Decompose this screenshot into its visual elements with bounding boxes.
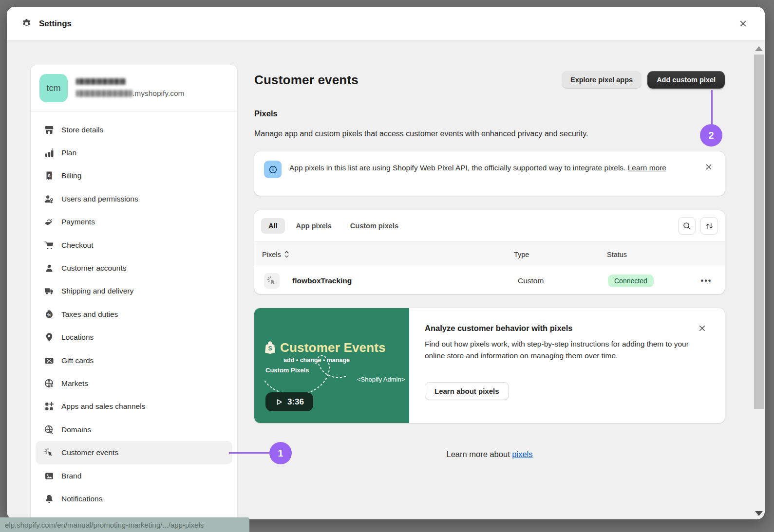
notifications-icon xyxy=(44,494,54,504)
sidebar-item-label: Domains xyxy=(61,425,91,434)
sidebar-item-label: Gift cards xyxy=(61,356,94,365)
sidebar-item-label: Checkout xyxy=(61,241,93,250)
settings-modal: Settings tcm .myshopify.com Store detail… xyxy=(7,7,765,519)
modal-body: tcm .myshopify.com Store detailsPlan$Bil… xyxy=(7,41,765,519)
sidebar-item-brand[interactable]: Brand xyxy=(36,464,232,487)
video-thumbnail[interactable]: S Customer Events add • change • manage … xyxy=(254,308,409,423)
sidebar-item-apps-and-sales-channels[interactable]: Apps and sales channels xyxy=(36,395,232,418)
sidebar-nav: Store detailsPlan$BillingUsers and permi… xyxy=(31,111,237,511)
store-icon xyxy=(44,125,54,135)
domains-icon xyxy=(44,425,54,435)
sidebar-item-label: Shipping and delivery xyxy=(61,287,133,295)
sidebar-item-label: Users and permissions xyxy=(61,195,138,203)
sidebar-item-markets[interactable]: $Markets xyxy=(36,372,232,395)
tab-custom-pixels[interactable]: Custom pixels xyxy=(343,218,406,234)
sidebar-item-label: Apps and sales channels xyxy=(61,402,145,411)
video-card-heading: Analyze customer behavior with pixels xyxy=(425,324,573,333)
column-type: Type xyxy=(514,251,529,258)
main-content: Customer events Explore pixel apps Add c… xyxy=(254,41,725,519)
row-menu-dots-icon[interactable]: ••• xyxy=(697,276,716,285)
redacted-store-name xyxy=(76,78,126,85)
column-pixels[interactable]: Pixels xyxy=(262,250,290,258)
sidebar-item-checkout[interactable]: Checkout xyxy=(36,234,232,257)
sidebar-item-label: Locations xyxy=(61,333,94,342)
explore-pixel-apps-button[interactable]: Explore pixel apps xyxy=(562,71,642,89)
scroll-up-icon[interactable] xyxy=(755,46,763,51)
svg-text:$: $ xyxy=(50,383,53,388)
annotation-badge-1: 1 xyxy=(269,442,292,464)
sidebar-item-customer-events[interactable]: Customer events xyxy=(36,441,232,464)
svg-text:S: S xyxy=(268,345,272,351)
status-badge: Connected xyxy=(608,275,654,287)
sort-icon[interactable] xyxy=(700,217,718,235)
close-icon[interactable] xyxy=(736,17,750,31)
store-domain: .myshopify.com xyxy=(76,89,185,98)
play-icon xyxy=(275,398,283,406)
shipping-icon xyxy=(44,286,54,296)
sidebar-item-billing[interactable]: $Billing xyxy=(36,165,232,187)
tab-app-pixels[interactable]: App pixels xyxy=(289,218,339,234)
banner-close-icon[interactable] xyxy=(704,162,715,172)
learn-about-pixels-button[interactable]: Learn about pixels xyxy=(425,382,509,400)
modal-header: Settings xyxy=(7,7,765,41)
play-button[interactable]: 3:36 xyxy=(265,392,313,411)
column-status: Status xyxy=(607,251,627,258)
vertical-scrollbar[interactable] xyxy=(754,41,764,519)
pixels-link[interactable]: pixels xyxy=(512,450,532,459)
gear-icon xyxy=(21,18,32,29)
pixel-type: Custom xyxy=(518,276,544,285)
settings-sidebar: tcm .myshopify.com Store detailsPlan$Bil… xyxy=(30,65,238,519)
redacted-domain-prefix xyxy=(76,90,132,97)
pixels-section-description: Manage app and custom pixels that access… xyxy=(254,129,588,138)
pixels-section-heading: Pixels xyxy=(254,109,278,118)
tab-all[interactable]: All xyxy=(261,218,285,234)
video-card-body: Find out how pixels work, with step-by-s… xyxy=(425,338,710,362)
gift-cards-icon xyxy=(44,356,54,366)
sidebar-item-label: Notifications xyxy=(61,495,102,503)
sidebar-item-plan[interactable]: Plan xyxy=(36,141,232,164)
apps-icon xyxy=(44,402,54,411)
sidebar-item-users-and-permissions[interactable]: Users and permissions xyxy=(36,187,232,210)
sidebar-item-domains[interactable]: Domains xyxy=(36,418,232,441)
link-preview-statusbar: elp.shopify.com/en/manual/promoting-mark… xyxy=(0,517,249,532)
learn-more-link[interactable]: Learn more xyxy=(628,164,666,172)
modal-title: Settings xyxy=(39,19,72,29)
scroll-down-icon[interactable] xyxy=(755,511,763,516)
sort-chevrons-icon xyxy=(283,250,290,258)
scrollbar-thumb[interactable] xyxy=(754,55,764,409)
search-icon[interactable] xyxy=(678,217,696,235)
video-duration: 3:36 xyxy=(287,397,304,407)
sidebar-item-label: Markets xyxy=(61,379,88,388)
shopify-bag-icon: S xyxy=(264,341,277,355)
pixels-tabs: All App pixels Custom pixels xyxy=(254,210,725,242)
checkout-icon xyxy=(44,240,54,250)
sidebar-item-gift-cards[interactable]: Gift cards xyxy=(36,349,232,372)
billing-icon: $ xyxy=(44,171,54,181)
video-card-close-icon[interactable] xyxy=(698,323,708,333)
pixels-table-card: All App pixels Custom pixels Pixels xyxy=(254,210,725,294)
sidebar-item-shipping-and-delivery[interactable]: Shipping and delivery xyxy=(36,280,232,303)
sidebar-item-customer-accounts[interactable]: Customer accounts xyxy=(36,257,232,279)
store-card[interactable]: tcm .myshopify.com xyxy=(31,65,237,111)
sidebar-item-locations[interactable]: Locations xyxy=(36,326,232,349)
svg-text:%: % xyxy=(47,312,51,317)
payments-icon xyxy=(44,217,54,227)
sidebar-item-notifications[interactable]: Notifications xyxy=(36,487,232,510)
table-row[interactable]: flowboxTracking Custom Connected ••• xyxy=(254,267,725,294)
sidebar-item-payments[interactable]: Payments xyxy=(36,211,232,234)
learn-video-card: S Customer Events add • change • manage … xyxy=(254,308,725,423)
sidebar-item-taxes-and-duties[interactable]: %Taxes and duties xyxy=(36,303,232,326)
pixel-cursor-click-icon xyxy=(264,273,280,289)
customer-accounts-icon xyxy=(44,263,54,273)
markets-icon: $ xyxy=(44,379,54,388)
plan-icon xyxy=(44,148,54,158)
annotation-line-2 xyxy=(711,90,713,127)
video-label-shopify-admin: <Shopify Admin> xyxy=(357,376,405,383)
footer-learn-more: Learn more about pixels xyxy=(254,450,725,459)
table-header: Pixels Type Status xyxy=(254,242,725,267)
sidebar-item-store-details[interactable]: Store details xyxy=(36,118,232,141)
info-banner: App pixels in this list are using Shopif… xyxy=(254,151,725,196)
add-custom-pixel-button[interactable]: Add custom pixel xyxy=(647,71,725,89)
video-label-custom-pixels: Custom Pixels xyxy=(265,367,309,374)
video-title: Customer Events xyxy=(280,340,386,355)
